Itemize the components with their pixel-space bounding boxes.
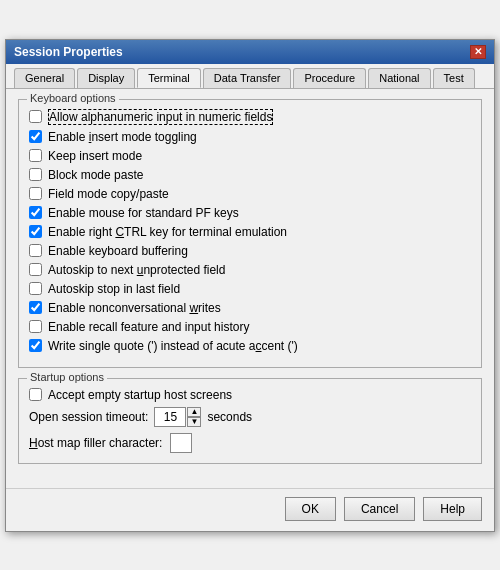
checkbox-keep-insert-input[interactable] (29, 149, 42, 162)
checkbox-field-copy-label: Field mode copy/paste (48, 187, 169, 201)
checkbox-block-paste-label: Block mode paste (48, 168, 143, 182)
checkbox-alphanumeric: Allow alphanumeric input in numeric fiel… (29, 108, 471, 126)
checkbox-field-copy-input[interactable] (29, 187, 42, 200)
checkbox-single-quote-label: Write single quote (') instead of acute … (48, 339, 298, 353)
checkbox-single-quote-input[interactable] (29, 339, 42, 352)
timeout-label: Open session timeout: (29, 410, 148, 424)
checkbox-alphanumeric-input[interactable] (29, 110, 42, 123)
close-button[interactable]: ✕ (470, 45, 486, 59)
keyboard-options-label: Keyboard options (27, 92, 119, 104)
checkbox-keep-insert-label: Keep insert mode (48, 149, 142, 163)
checkbox-accept-empty-label: Accept empty startup host screens (48, 388, 232, 402)
spinner-buttons: ▲ ▼ (187, 407, 201, 427)
checkbox-buffering-label: Enable keyboard buffering (48, 244, 188, 258)
checkbox-autoskip-next: Autoskip to next unprotected field (29, 262, 471, 278)
checkbox-autoskip-last-input[interactable] (29, 282, 42, 295)
checkbox-block-paste: Block mode paste (29, 167, 471, 183)
timeout-input[interactable] (154, 407, 186, 427)
tabs-bar: General Display Terminal Data Transfer P… (6, 64, 494, 89)
checkbox-autoskip-next-label: Autoskip to next unprotected field (48, 263, 225, 277)
checkbox-pf-keys-input[interactable] (29, 206, 42, 219)
checkbox-insert-mode: Enable insert mode toggling (29, 129, 471, 145)
checkbox-autoskip-last: Autoskip stop in last field (29, 281, 471, 297)
spinner-up-button[interactable]: ▲ (187, 407, 201, 417)
timeout-spinner: ▲ ▼ (154, 407, 201, 427)
checkbox-accept-empty-input[interactable] (29, 388, 42, 401)
checkbox-field-copy: Field mode copy/paste (29, 186, 471, 202)
keyboard-options-group: Keyboard options Allow alphanumeric inpu… (18, 99, 482, 368)
spinner-down-button[interactable]: ▼ (187, 417, 201, 427)
checkbox-pf-keys-label: Enable mouse for standard PF keys (48, 206, 239, 220)
checkbox-autoskip-last-label: Autoskip stop in last field (48, 282, 180, 296)
timeout-row: Open session timeout: ▲ ▼ seconds (29, 407, 471, 427)
window-title: Session Properties (14, 45, 123, 59)
ok-button[interactable]: OK (285, 497, 336, 521)
checkbox-ctrl-key-input[interactable] (29, 225, 42, 238)
startup-options-group: Startup options Accept empty startup hos… (18, 378, 482, 464)
checkbox-recall-input[interactable] (29, 320, 42, 333)
help-button[interactable]: Help (423, 497, 482, 521)
tab-content: Keyboard options Allow alphanumeric inpu… (6, 89, 494, 484)
tab-terminal[interactable]: Terminal (137, 68, 201, 88)
title-bar: Session Properties ✕ (6, 40, 494, 64)
checkbox-pf-keys: Enable mouse for standard PF keys (29, 205, 471, 221)
checkbox-nonconv-label: Enable nonconversational writes (48, 301, 221, 315)
checkbox-insert-mode-input[interactable] (29, 130, 42, 143)
tab-national[interactable]: National (368, 68, 430, 88)
checkbox-accept-empty: Accept empty startup host screens (29, 387, 471, 403)
session-properties-window: Session Properties ✕ General Display Ter… (5, 39, 495, 532)
startup-options-label: Startup options (27, 371, 107, 383)
tab-display[interactable]: Display (77, 68, 135, 88)
button-row: OK Cancel Help (6, 488, 494, 531)
checkbox-nonconv-input[interactable] (29, 301, 42, 314)
checkbox-block-paste-input[interactable] (29, 168, 42, 181)
tab-test[interactable]: Test (433, 68, 475, 88)
checkbox-ctrl-key-label: Enable right CTRL key for terminal emula… (48, 225, 287, 239)
checkbox-recall-label: Enable recall feature and input history (48, 320, 249, 334)
checkbox-alphanumeric-label: Allow alphanumeric input in numeric fiel… (48, 109, 273, 125)
checkbox-buffering-input[interactable] (29, 244, 42, 257)
checkbox-recall: Enable recall feature and input history (29, 319, 471, 335)
cancel-button[interactable]: Cancel (344, 497, 415, 521)
tab-general[interactable]: General (14, 68, 75, 88)
host-map-input[interactable] (170, 433, 192, 453)
checkbox-nonconv: Enable nonconversational writes (29, 300, 471, 316)
checkbox-keep-insert: Keep insert mode (29, 148, 471, 164)
seconds-label: seconds (207, 410, 252, 424)
host-map-label: Host map filler character: (29, 436, 162, 450)
checkbox-autoskip-next-input[interactable] (29, 263, 42, 276)
checkbox-single-quote: Write single quote (') instead of acute … (29, 338, 471, 354)
host-map-row: Host map filler character: (29, 433, 471, 453)
tab-procedure[interactable]: Procedure (293, 68, 366, 88)
checkbox-ctrl-key: Enable right CTRL key for terminal emula… (29, 224, 471, 240)
checkbox-insert-mode-label: Enable insert mode toggling (48, 130, 197, 144)
checkbox-buffering: Enable keyboard buffering (29, 243, 471, 259)
tab-data-transfer[interactable]: Data Transfer (203, 68, 292, 88)
